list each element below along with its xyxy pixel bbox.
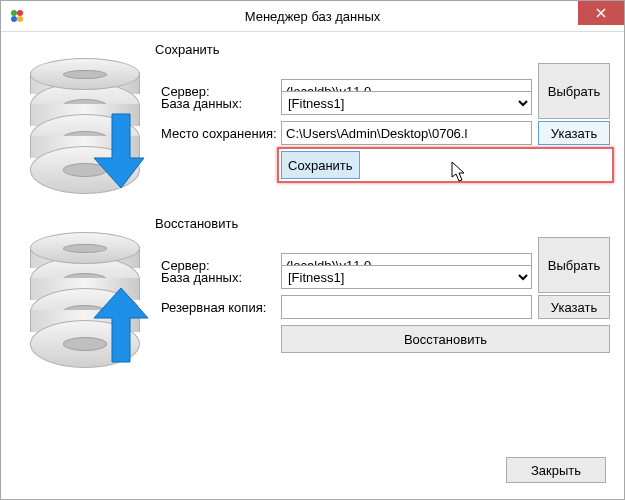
svg-point-3 bbox=[17, 16, 23, 22]
restore-db-select[interactable]: [Fitness1] bbox=[281, 265, 532, 289]
restore-backup-browse-button[interactable]: Указать bbox=[538, 295, 610, 319]
footer: Закрыть bbox=[506, 457, 606, 483]
restore-db-icon bbox=[15, 216, 155, 376]
save-path-input[interactable] bbox=[281, 121, 532, 145]
svg-point-0 bbox=[11, 10, 17, 16]
restore-select-server-button[interactable]: Выбрать bbox=[538, 237, 610, 293]
save-form: Сохранить Сервер: Выбрать База данных: [… bbox=[155, 42, 610, 202]
restore-db-label: База данных: bbox=[155, 270, 281, 285]
restore-button[interactable]: Восстановить bbox=[281, 325, 610, 353]
restore-backup-row: Резервная копия: Указать bbox=[155, 295, 610, 319]
restore-action-row: Восстановить bbox=[155, 325, 610, 353]
restore-backup-label: Резервная копия: bbox=[155, 300, 281, 315]
save-section: Сохранить Сервер: Выбрать База данных: [… bbox=[15, 42, 610, 202]
restore-backup-input[interactable] bbox=[281, 295, 532, 319]
save-path-row: Место сохранения: Указать bbox=[155, 121, 610, 145]
title-bar: Менеджер баз данных bbox=[1, 1, 624, 32]
save-button[interactable]: Сохранить bbox=[281, 151, 360, 179]
close-button[interactable]: Закрыть bbox=[506, 457, 606, 483]
close-icon bbox=[596, 8, 606, 18]
arrow-down-icon bbox=[94, 112, 148, 190]
restore-section: Восстановить Сервер: Выбрать База данных… bbox=[15, 216, 610, 376]
save-db-select[interactable]: [Fitness1] bbox=[281, 91, 532, 115]
window-title: Менеджер баз данных bbox=[1, 9, 624, 24]
window-close-button[interactable] bbox=[578, 1, 624, 25]
save-path-browse-button[interactable]: Указать bbox=[538, 121, 610, 145]
restore-form: Восстановить Сервер: Выбрать База данных… bbox=[155, 216, 610, 376]
restore-group-title: Восстановить bbox=[155, 216, 610, 231]
save-group-title: Сохранить bbox=[155, 42, 610, 57]
save-action-row: Сохранить bbox=[155, 151, 610, 179]
window: Менеджер баз данных bbox=[0, 0, 625, 500]
app-icon bbox=[9, 8, 25, 24]
save-path-label: Место сохранения: bbox=[155, 126, 281, 141]
save-db-label: База данных: bbox=[155, 96, 281, 111]
save-db-icon bbox=[15, 42, 155, 202]
svg-point-2 bbox=[11, 16, 17, 22]
arrow-up-icon bbox=[94, 286, 148, 364]
svg-point-1 bbox=[17, 10, 23, 16]
cursor-icon bbox=[451, 161, 467, 183]
content-area: Сохранить Сервер: Выбрать База данных: [… bbox=[1, 32, 624, 376]
save-select-server-button[interactable]: Выбрать bbox=[538, 63, 610, 119]
